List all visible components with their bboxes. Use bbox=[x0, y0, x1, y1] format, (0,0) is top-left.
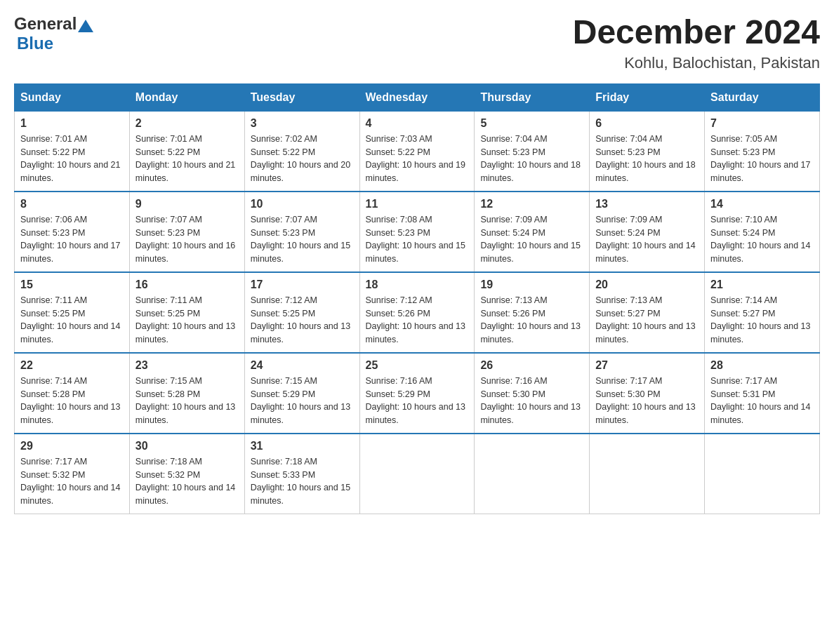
day-info: Sunrise: 7:14 AM Sunset: 5:27 PM Dayligh… bbox=[710, 294, 814, 347]
calendar-cell: 16 Sunrise: 7:11 AM Sunset: 5:25 PM Dayl… bbox=[129, 272, 244, 353]
day-number: 24 bbox=[251, 359, 354, 372]
logo-text-general: General bbox=[14, 14, 77, 34]
day-info: Sunrise: 7:11 AM Sunset: 5:25 PM Dayligh… bbox=[135, 294, 239, 347]
day-number: 7 bbox=[710, 117, 814, 130]
day-info: Sunrise: 7:02 AM Sunset: 5:22 PM Dayligh… bbox=[251, 133, 354, 185]
calendar-cell: 19 Sunrise: 7:13 AM Sunset: 5:26 PM Dayl… bbox=[475, 272, 590, 353]
day-info: Sunrise: 7:16 AM Sunset: 5:29 PM Dayligh… bbox=[366, 375, 469, 427]
calendar-cell: 24 Sunrise: 7:15 AM Sunset: 5:29 PM Dayl… bbox=[244, 353, 359, 434]
day-info: Sunrise: 7:14 AM Sunset: 5:28 PM Dayligh… bbox=[20, 375, 124, 427]
calendar-cell: 27 Sunrise: 7:17 AM Sunset: 5:30 PM Dayl… bbox=[590, 353, 705, 434]
day-number: 17 bbox=[251, 279, 354, 291]
calendar-cell: 26 Sunrise: 7:16 AM Sunset: 5:30 PM Dayl… bbox=[475, 353, 590, 434]
calendar-cell: 3 Sunrise: 7:02 AM Sunset: 5:22 PM Dayli… bbox=[244, 111, 359, 192]
day-info: Sunrise: 7:12 AM Sunset: 5:25 PM Dayligh… bbox=[251, 294, 354, 347]
week-row-1: 1 Sunrise: 7:01 AM Sunset: 5:22 PM Dayli… bbox=[15, 111, 820, 192]
day-info: Sunrise: 7:16 AM Sunset: 5:30 PM Dayligh… bbox=[480, 375, 583, 427]
calendar-cell: 23 Sunrise: 7:15 AM Sunset: 5:28 PM Dayl… bbox=[129, 353, 244, 434]
calendar-cell: 11 Sunrise: 7:08 AM Sunset: 5:23 PM Dayl… bbox=[359, 192, 475, 272]
calendar-cell: 22 Sunrise: 7:14 AM Sunset: 5:28 PM Dayl… bbox=[15, 353, 130, 434]
day-number: 5 bbox=[480, 117, 583, 130]
day-info: Sunrise: 7:08 AM Sunset: 5:23 PM Dayligh… bbox=[366, 213, 469, 266]
calendar-cell bbox=[590, 434, 705, 514]
day-number: 14 bbox=[710, 198, 814, 210]
day-number: 31 bbox=[251, 440, 354, 452]
weekday-saturday: Saturday bbox=[705, 83, 820, 111]
calendar-cell: 17 Sunrise: 7:12 AM Sunset: 5:25 PM Dayl… bbox=[244, 272, 359, 353]
week-row-2: 8 Sunrise: 7:06 AM Sunset: 5:23 PM Dayli… bbox=[15, 192, 820, 272]
svg-marker-0 bbox=[78, 20, 93, 32]
day-info: Sunrise: 7:17 AM Sunset: 5:32 PM Dayligh… bbox=[20, 455, 124, 508]
weekday-friday: Friday bbox=[590, 83, 705, 111]
day-info: Sunrise: 7:04 AM Sunset: 5:23 PM Dayligh… bbox=[480, 133, 583, 185]
calendar-cell: 15 Sunrise: 7:11 AM Sunset: 5:25 PM Dayl… bbox=[15, 272, 130, 353]
calendar-cell: 14 Sunrise: 7:10 AM Sunset: 5:24 PM Dayl… bbox=[705, 192, 820, 272]
day-number: 29 bbox=[20, 440, 124, 452]
day-info: Sunrise: 7:07 AM Sunset: 5:23 PM Dayligh… bbox=[135, 213, 239, 266]
calendar-cell bbox=[359, 434, 475, 514]
day-number: 10 bbox=[251, 198, 354, 210]
weekday-thursday: Thursday bbox=[475, 83, 590, 111]
weekday-wednesday: Wednesday bbox=[359, 83, 475, 111]
day-number: 4 bbox=[366, 117, 469, 130]
calendar-cell: 30 Sunrise: 7:18 AM Sunset: 5:32 PM Dayl… bbox=[129, 434, 244, 514]
day-number: 22 bbox=[20, 359, 124, 372]
day-info: Sunrise: 7:18 AM Sunset: 5:33 PM Dayligh… bbox=[251, 455, 354, 508]
day-number: 1 bbox=[20, 117, 124, 130]
day-number: 23 bbox=[135, 359, 239, 372]
day-number: 6 bbox=[595, 117, 699, 130]
calendar-cell: 13 Sunrise: 7:09 AM Sunset: 5:24 PM Dayl… bbox=[590, 192, 705, 272]
calendar-cell: 18 Sunrise: 7:12 AM Sunset: 5:26 PM Dayl… bbox=[359, 272, 475, 353]
calendar-cell: 7 Sunrise: 7:05 AM Sunset: 5:23 PM Dayli… bbox=[705, 111, 820, 192]
day-number: 21 bbox=[710, 279, 814, 291]
calendar-cell: 1 Sunrise: 7:01 AM Sunset: 5:22 PM Dayli… bbox=[15, 111, 130, 192]
day-number: 19 bbox=[480, 279, 583, 291]
day-info: Sunrise: 7:15 AM Sunset: 5:28 PM Dayligh… bbox=[135, 375, 239, 427]
logo-triangle-icon bbox=[78, 17, 93, 32]
calendar-cell: 6 Sunrise: 7:04 AM Sunset: 5:23 PM Dayli… bbox=[590, 111, 705, 192]
day-info: Sunrise: 7:01 AM Sunset: 5:22 PM Dayligh… bbox=[135, 133, 239, 185]
day-info: Sunrise: 7:06 AM Sunset: 5:23 PM Dayligh… bbox=[20, 213, 124, 266]
calendar-cell: 8 Sunrise: 7:06 AM Sunset: 5:23 PM Dayli… bbox=[15, 192, 130, 272]
day-info: Sunrise: 7:17 AM Sunset: 5:31 PM Dayligh… bbox=[710, 375, 814, 427]
day-number: 8 bbox=[20, 198, 124, 210]
calendar-body: 1 Sunrise: 7:01 AM Sunset: 5:22 PM Dayli… bbox=[15, 111, 820, 514]
day-info: Sunrise: 7:13 AM Sunset: 5:27 PM Dayligh… bbox=[595, 294, 699, 347]
calendar-cell: 21 Sunrise: 7:14 AM Sunset: 5:27 PM Dayl… bbox=[705, 272, 820, 353]
page-header: General Blue December 2024 Kohlu, Baloch… bbox=[14, 14, 820, 72]
calendar-cell: 20 Sunrise: 7:13 AM Sunset: 5:27 PM Dayl… bbox=[590, 272, 705, 353]
day-number: 26 bbox=[480, 359, 583, 372]
day-info: Sunrise: 7:03 AM Sunset: 5:22 PM Dayligh… bbox=[366, 133, 469, 185]
weekday-monday: Monday bbox=[129, 83, 244, 111]
weekday-row: SundayMondayTuesdayWednesdayThursdayFrid… bbox=[15, 83, 820, 111]
logo: General Blue bbox=[14, 14, 93, 53]
calendar-cell: 28 Sunrise: 7:17 AM Sunset: 5:31 PM Dayl… bbox=[705, 353, 820, 434]
day-number: 15 bbox=[20, 279, 124, 291]
day-info: Sunrise: 7:10 AM Sunset: 5:24 PM Dayligh… bbox=[710, 213, 814, 266]
day-info: Sunrise: 7:04 AM Sunset: 5:23 PM Dayligh… bbox=[595, 133, 699, 185]
calendar-cell: 31 Sunrise: 7:18 AM Sunset: 5:33 PM Dayl… bbox=[244, 434, 359, 514]
day-number: 11 bbox=[366, 198, 469, 210]
calendar-title: December 2024 bbox=[573, 14, 820, 51]
day-info: Sunrise: 7:12 AM Sunset: 5:26 PM Dayligh… bbox=[366, 294, 469, 347]
day-info: Sunrise: 7:09 AM Sunset: 5:24 PM Dayligh… bbox=[595, 213, 699, 266]
day-info: Sunrise: 7:07 AM Sunset: 5:23 PM Dayligh… bbox=[251, 213, 354, 266]
day-info: Sunrise: 7:15 AM Sunset: 5:29 PM Dayligh… bbox=[251, 375, 354, 427]
day-number: 12 bbox=[480, 198, 583, 210]
calendar-cell: 25 Sunrise: 7:16 AM Sunset: 5:29 PM Dayl… bbox=[359, 353, 475, 434]
day-number: 25 bbox=[366, 359, 469, 372]
day-info: Sunrise: 7:18 AM Sunset: 5:32 PM Dayligh… bbox=[135, 455, 239, 508]
week-row-5: 29 Sunrise: 7:17 AM Sunset: 5:32 PM Dayl… bbox=[15, 434, 820, 514]
calendar-cell: 5 Sunrise: 7:04 AM Sunset: 5:23 PM Dayli… bbox=[475, 111, 590, 192]
day-number: 2 bbox=[135, 117, 239, 130]
calendar-subtitle: Kohlu, Balochistan, Pakistan bbox=[573, 54, 820, 72]
logo-text-blue: Blue bbox=[17, 34, 53, 53]
calendar-cell: 29 Sunrise: 7:17 AM Sunset: 5:32 PM Dayl… bbox=[15, 434, 130, 514]
calendar-cell: 10 Sunrise: 7:07 AM Sunset: 5:23 PM Dayl… bbox=[244, 192, 359, 272]
calendar-cell bbox=[705, 434, 820, 514]
week-row-4: 22 Sunrise: 7:14 AM Sunset: 5:28 PM Dayl… bbox=[15, 353, 820, 434]
calendar-cell: 12 Sunrise: 7:09 AM Sunset: 5:24 PM Dayl… bbox=[475, 192, 590, 272]
day-info: Sunrise: 7:05 AM Sunset: 5:23 PM Dayligh… bbox=[710, 133, 814, 185]
calendar-cell: 2 Sunrise: 7:01 AM Sunset: 5:22 PM Dayli… bbox=[129, 111, 244, 192]
day-number: 3 bbox=[251, 117, 354, 130]
